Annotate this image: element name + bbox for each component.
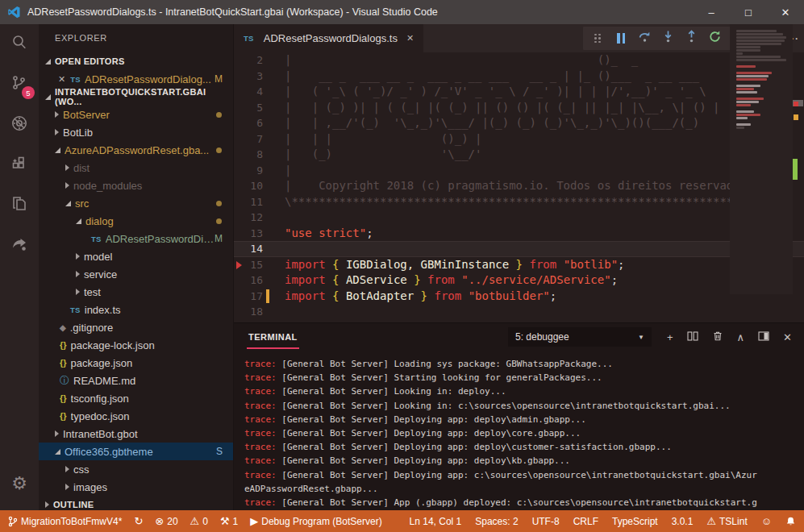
close-tab-icon[interactable]: ✕ bbox=[406, 33, 414, 44]
tree-item-intranetbot-gbot[interactable]: IntranetBot.gbot bbox=[39, 425, 233, 443]
tree-item-dialog[interactable]: dialog bbox=[39, 212, 233, 230]
tree-item-typedoc-json[interactable]: {}typedoc.json bbox=[39, 407, 233, 425]
close-button[interactable]: ✕ bbox=[767, 0, 804, 24]
tree-item-tsconfig-json[interactable]: {}tsconfig.json bbox=[39, 389, 233, 407]
tree-item-readme-md[interactable]: ⓘREADME.md bbox=[39, 372, 233, 389]
eol[interactable]: CRLF bbox=[573, 516, 598, 527]
kill-terminal-button[interactable] bbox=[712, 330, 723, 344]
gutter[interactable]: 4 bbox=[234, 84, 285, 100]
maximize-panel-button[interactable]: ∧ bbox=[737, 331, 745, 343]
tree-item-index-ts[interactable]: TSindex.ts bbox=[39, 301, 233, 318]
token: "botbuilder" bbox=[469, 289, 550, 302]
indentation[interactable]: Spaces: 2 bbox=[475, 516, 518, 527]
token: ; bbox=[366, 227, 373, 239]
debug-button[interactable] bbox=[0, 105, 39, 145]
modified-gutter-bar bbox=[266, 289, 269, 303]
tree-item-label: ADResetPasswordDial... bbox=[106, 233, 215, 245]
badge-count: 5 bbox=[22, 86, 35, 99]
extensions-button[interactable] bbox=[0, 145, 39, 185]
step-over-button[interactable] bbox=[637, 31, 652, 46]
code-area[interactable]: 2| ()_ _3| __ _ ___ __ _ ___ _ __ ___ __… bbox=[234, 52, 804, 322]
ts-version[interactable]: 3.0.1 bbox=[672, 516, 694, 527]
maximize-button[interactable]: □ bbox=[730, 0, 767, 24]
search-button[interactable] bbox=[0, 24, 39, 64]
debug-program[interactable]: ▶Debug Program (BotServer) bbox=[250, 516, 381, 527]
terminal-tab[interactable]: TERMINAL bbox=[247, 325, 299, 349]
source-control-button[interactable]: 5 bbox=[0, 64, 39, 105]
outline-section-header[interactable]: OUTLINE bbox=[39, 496, 233, 510]
gutter[interactable]: 13 bbox=[234, 226, 285, 242]
gutter[interactable]: 14 bbox=[234, 241, 285, 257]
tree-item-model[interactable]: model bbox=[39, 247, 233, 265]
tree-item-node-modules[interactable]: node_modules bbox=[39, 177, 233, 194]
title-bar[interactable]: ADResetPasswordDialogs.ts - IntranetBotQ… bbox=[0, 0, 804, 24]
tree-item-src[interactable]: src bbox=[39, 194, 233, 212]
workspace-section-header[interactable]: INTRANETBOTQUICKSTART.GBAI (WO... bbox=[39, 88, 233, 106]
move-panel-button[interactable] bbox=[758, 330, 769, 344]
close-panel-button[interactable]: ✕ bbox=[783, 331, 792, 343]
gutter[interactable]: 17 bbox=[234, 289, 285, 305]
feedback[interactable]: ☺ bbox=[761, 516, 772, 526]
minimap-line bbox=[736, 104, 751, 106]
cursor-position[interactable]: Ln 14, Col 1 bbox=[410, 516, 462, 527]
tree-item-css[interactable]: css bbox=[39, 460, 233, 478]
braces-file-icon: {} bbox=[60, 411, 67, 421]
gutter[interactable]: 15 bbox=[234, 257, 285, 273]
gutter[interactable]: 7 bbox=[234, 131, 285, 148]
gutter[interactable]: 11 bbox=[234, 194, 285, 210]
tree-item-package-json[interactable]: {}package.json bbox=[39, 354, 233, 372]
terminal-select[interactable]: 5: debuggee ▼ bbox=[508, 327, 652, 347]
language-mode[interactable]: TypeScript bbox=[612, 516, 658, 527]
new-terminal-button[interactable]: + bbox=[667, 331, 673, 343]
ts-file-icon: TS bbox=[70, 305, 81, 314]
close-editor-icon[interactable]: ✕ bbox=[58, 74, 65, 85]
tree-item-botserver[interactable]: BotServer bbox=[39, 106, 233, 123]
tslint-status[interactable]: ⚠TSLint bbox=[706, 516, 747, 527]
warning-count[interactable]: ⚠0 bbox=[190, 516, 208, 527]
tab-adresetpassworddialogs[interactable]: TS ADResetPasswordDialogs.ts ✕ bbox=[234, 24, 423, 52]
restart-button[interactable] bbox=[707, 31, 722, 46]
tree-item-botlib[interactable]: BotLib bbox=[39, 123, 233, 141]
terminal-output[interactable]: trace: [General Bot Server] Loading sys … bbox=[234, 351, 804, 509]
overview-ruler[interactable] bbox=[793, 24, 804, 294]
error-count[interactable]: ⊗20 bbox=[155, 516, 177, 527]
tree-item-dist[interactable]: dist bbox=[39, 159, 233, 177]
settings-button[interactable]: ⚙ bbox=[0, 463, 39, 504]
step-out-button[interactable] bbox=[684, 31, 698, 46]
gutter[interactable]: 9 bbox=[234, 163, 285, 179]
gutter[interactable]: 2 bbox=[234, 52, 285, 69]
pause-button[interactable] bbox=[614, 31, 628, 46]
open-editor-item[interactable]: ✕ TS ADResetPasswordDialog... M bbox=[39, 70, 233, 88]
tree-item-package-lock-json[interactable]: {}package-lock.json bbox=[39, 336, 233, 354]
step-into-button[interactable] bbox=[660, 31, 675, 46]
tree-item-images[interactable]: images bbox=[39, 478, 233, 496]
encoding[interactable]: UTF-8 bbox=[532, 516, 560, 527]
modified-dot bbox=[216, 112, 222, 118]
tree-item-office365-gbtheme[interactable]: Office365.gbthemeS bbox=[39, 443, 233, 460]
tree-item-adresetpassworddial[interactable]: TSADResetPasswordDial...M bbox=[39, 230, 233, 247]
split-terminal-button[interactable] bbox=[687, 330, 698, 344]
drag-grip-icon bbox=[594, 34, 601, 44]
gutter[interactable]: 18 bbox=[234, 304, 285, 320]
tree-item-azureadpasswordreset-gba[interactable]: AzureADPasswordReset.gba... bbox=[39, 141, 233, 159]
share-button[interactable] bbox=[0, 226, 39, 266]
file-copies-button[interactable] bbox=[0, 185, 39, 226]
gutter[interactable]: 16 bbox=[234, 272, 285, 289]
git-branch-status[interactable]: MigrationToBotFmwV4* bbox=[8, 516, 122, 527]
sync-status[interactable]: ↻ bbox=[134, 516, 143, 526]
open-editors-header[interactable]: OPEN EDITORS bbox=[39, 52, 233, 70]
minimize-button[interactable]: – bbox=[693, 0, 730, 24]
task-count[interactable]: ⚒1 bbox=[220, 516, 238, 527]
tree-item-service[interactable]: service bbox=[39, 265, 233, 283]
gutter[interactable]: 12 bbox=[234, 210, 285, 226]
tree-item-gitignore[interactable]: ◆.gitignore bbox=[39, 318, 233, 336]
gutter[interactable]: 3 bbox=[234, 69, 285, 85]
gutter[interactable]: 6 bbox=[234, 115, 285, 131]
gutter[interactable]: 8 bbox=[234, 147, 285, 163]
token: import bbox=[285, 258, 332, 271]
notifications[interactable] bbox=[785, 516, 796, 527]
gutter[interactable]: 10 bbox=[234, 178, 285, 194]
minimap[interactable] bbox=[730, 24, 793, 294]
gutter[interactable]: 5 bbox=[234, 100, 285, 116]
tree-item-test[interactable]: test bbox=[39, 283, 233, 301]
